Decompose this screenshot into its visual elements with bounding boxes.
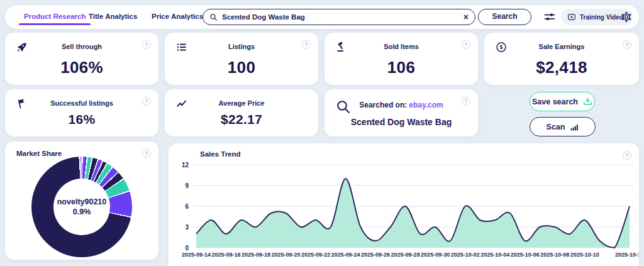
help-icon[interactable] <box>302 40 311 49</box>
svg-text:2025-10-02: 2025-10-02 <box>451 252 480 258</box>
svg-text:2025-10-04: 2025-10-04 <box>480 252 509 258</box>
scan-label: Scan <box>547 123 565 131</box>
filters-sliders-icon[interactable] <box>543 11 556 23</box>
svg-text:12: 12 <box>182 162 189 169</box>
stat-value: 100 <box>165 58 318 77</box>
stat-title: Average Price <box>165 99 318 107</box>
tab-label: Title Analytics <box>89 13 137 20</box>
svg-text:2025-10-06: 2025-10-06 <box>511 252 540 258</box>
active-tab-underline <box>19 23 91 25</box>
stat-value: 16% <box>5 112 158 127</box>
successful-listings-card: Successful listings 16% <box>5 89 158 136</box>
gear-icon[interactable] <box>620 11 633 23</box>
donut-seller-name: novelty90210 <box>57 197 107 206</box>
save-icon <box>583 97 592 106</box>
market-share-card: Market Share novelty90210 0.9% <box>5 141 158 260</box>
search-button[interactable]: Search <box>478 9 531 25</box>
tab-label: Price Analytics <box>152 13 203 20</box>
svg-text:2025-10-13: 2025-10-13 <box>615 252 639 258</box>
searched-on-prefix: Searched on: <box>359 101 407 109</box>
help-icon[interactable] <box>462 40 470 49</box>
help-icon[interactable] <box>142 149 151 158</box>
searched-query: Scented Dog Waste Bag <box>325 117 478 127</box>
svg-text:2025-09-16: 2025-09-16 <box>211 252 240 258</box>
sell-through-card: Sell through 106% <box>5 33 158 85</box>
help-icon[interactable] <box>142 97 151 106</box>
stat-value: $22.17 <box>165 112 318 127</box>
svg-text:2025-09-18: 2025-09-18 <box>242 252 270 258</box>
svg-text:2025-09-14: 2025-09-14 <box>182 252 211 258</box>
save-search-label: Save search <box>532 97 578 106</box>
tab-title-analytics[interactable]: Title Analytics <box>89 13 137 20</box>
listings-card: Listings 100 <box>165 33 318 85</box>
searched-on-line: Searched on:ebay.com <box>325 101 478 109</box>
svg-text:2025-10-08: 2025-10-08 <box>540 252 569 258</box>
stat-title: Sell through <box>5 43 158 50</box>
sold-items-card: Sold Items 106 <box>325 33 478 85</box>
play-video-icon <box>567 13 576 21</box>
market-share-donut[interactable]: novelty90210 0.9% <box>31 157 132 257</box>
svg-text:2025-09-26: 2025-09-26 <box>361 252 390 258</box>
donut-center-label: novelty90210 0.9% <box>53 179 110 235</box>
sales-trend-svg[interactable]: 0369122025-09-142025-09-162025-09-182025… <box>169 143 639 266</box>
svg-text:9: 9 <box>185 182 189 189</box>
save-search-button[interactable]: Save search <box>530 92 595 111</box>
tab-product-research[interactable]: Product Research <box>24 13 86 20</box>
help-icon[interactable] <box>623 40 631 49</box>
scan-button[interactable]: Scan <box>530 117 596 136</box>
stat-value: 106 <box>325 58 478 77</box>
tab-label: Product Research <box>24 13 86 20</box>
svg-text:6: 6 <box>185 203 189 210</box>
clear-search-icon[interactable]: × <box>464 13 469 21</box>
scan-bars-icon <box>570 123 579 131</box>
stat-title: Sale Earnings <box>484 43 639 50</box>
stat-title: Successful listings <box>5 99 158 107</box>
svg-text:0: 0 <box>185 245 189 252</box>
svg-text:2025-09-22: 2025-09-22 <box>301 252 330 258</box>
svg-text:2025-09-20: 2025-09-20 <box>272 252 301 258</box>
search-input[interactable] <box>222 13 459 21</box>
market-share-title: Market Share <box>16 150 62 157</box>
stat-title: Listings <box>165 43 318 50</box>
stat-value: $2,418 <box>484 58 639 77</box>
search-bar: × <box>203 9 475 25</box>
searched-on-card: Searched on:ebay.com Scented Dog Waste B… <box>325 89 478 136</box>
sales-trend-card: Sales Trend 0369122025-09-142025-09-1620… <box>169 143 639 266</box>
help-icon[interactable] <box>142 40 151 49</box>
svg-text:2025-09-24: 2025-09-24 <box>331 252 360 258</box>
search-icon <box>209 13 218 21</box>
svg-text:3: 3 <box>185 224 189 231</box>
svg-text:2025-09-30: 2025-09-30 <box>421 252 450 258</box>
help-icon[interactable] <box>462 97 470 106</box>
svg-text:2025-09-28: 2025-09-28 <box>391 252 420 258</box>
tab-price-analytics[interactable]: Price Analytics <box>152 13 203 20</box>
stat-value: 106% <box>5 58 158 77</box>
svg-text:2025-10-10: 2025-10-10 <box>570 252 599 258</box>
top-navigation-bar: Product Research Title Analytics Price A… <box>5 5 639 29</box>
donut-seller-share: 0.9% <box>73 208 91 216</box>
searched-site-link[interactable]: ebay.com <box>409 101 443 109</box>
stat-title: Sold Items <box>325 43 478 50</box>
sale-earnings-card: $ Sale Earnings $2,418 <box>484 33 639 85</box>
average-price-card: Average Price $22.17 <box>165 89 318 136</box>
